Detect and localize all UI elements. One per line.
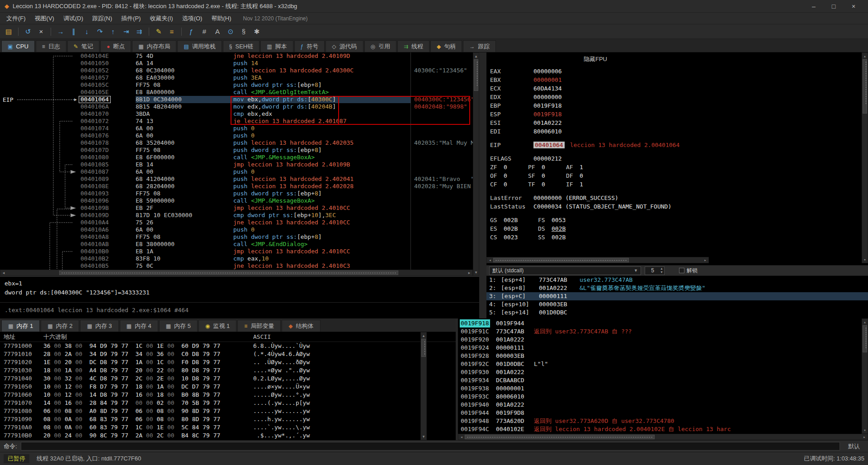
stepper-arrows-icon[interactable]: ▲▼ <box>660 267 664 274</box>
pencil-icon[interactable]: ✎ <box>153 26 165 37</box>
dump-row[interactable]: 7779105010 00 12 00 F8 D7 79 77 18 00 1A… <box>0 383 456 391</box>
close-button[interactable]: × <box>844 0 863 12</box>
tab-符号[interactable]: ƒ符号 <box>294 40 325 52</box>
cpu-splitter[interactable] <box>479 52 486 318</box>
register-row[interactable]: OF0SF0DF0 <box>490 171 854 180</box>
disasm-row[interactable]: 0040106A8B15 4B204000mov edx,dword ptr d… <box>0 103 473 110</box>
tab-CPU[interactable]: ▣CPU <box>1 40 35 52</box>
dump-row[interactable]: 7779109008 00 0A 00 68 83 79 77 06 00 08… <box>0 415 456 423</box>
register-row[interactable]: CS0023SS002B <box>490 233 854 242</box>
register-row[interactable]: EAX00000006 <box>490 67 854 76</box>
disasm-row[interactable]: 0040109D817D 10 EC030000cmp dword ptr ss… <box>0 212 473 219</box>
register-row[interactable]: LastError00000000 (ERROR_SUCCESS) <box>490 194 854 202</box>
disasm-row[interactable]: 004010703BDAcmp ebx,edx <box>0 110 473 118</box>
bottom-tab-内存 1[interactable]: ▦内存 1 <box>1 320 40 332</box>
hide-fpu-button[interactable]: 隐藏FPU <box>584 55 607 63</box>
disasm-row[interactable]: 0040105768 EA030000push 3EA <box>0 74 473 81</box>
register-row[interactable]: EIP00401064leccion 13 hardcoded 2.004010… <box>490 141 854 149</box>
disasm-row[interactable]: 004010B0EB 1Ajmp leccion 13 hardcoded 2.… <box>0 248 473 255</box>
disasm-row[interactable]: 00401080E8 6F000000call <JMP.&MessageBox… <box>0 154 473 161</box>
bottom-tab-内存 4[interactable]: ▦内存 4 <box>120 320 158 332</box>
disasm-row[interactable]: 004010766A 00push 0 <box>0 132 473 139</box>
stack-hscrollbar[interactable]: ◂ ▸ <box>458 434 868 440</box>
bottom-tab-结构体[interactable]: ◆结构体 <box>282 320 320 332</box>
tab-日志[interactable]: ≡日志 <box>36 40 66 52</box>
bottom-tab-监视 1[interactable]: ◉监视 1 <box>198 320 236 332</box>
stack-row[interactable]: 0019F92C001D0DBCL"l" <box>458 360 868 368</box>
disasm-row[interactable]: 0040104E75 4Djne leccion 13 hardcoded 2.… <box>0 52 473 60</box>
open-file-icon[interactable]: ▤ <box>3 26 14 37</box>
tab-SEH链[interactable]: §SEH链 <box>223 40 259 52</box>
tab-跟踪[interactable]: →跟踪 <box>463 40 496 52</box>
disasm-row[interactable]: 00401096E8 59000000call <JMP.&MessageBox… <box>0 197 473 204</box>
menu-item-文件(F)[interactable]: 文件(F) <box>2 14 30 23</box>
stack-row[interactable]: 0019F948773A620D返回到 user32.773A620D 自 us… <box>458 417 868 425</box>
stack-vscrollbar-thumb[interactable] <box>863 325 867 352</box>
argument-row[interactable]: 1:[esp+4]773C47ABuser32.773C47AB <box>486 276 868 284</box>
disasm-row[interactable]: 0040107DFF75 08push dword ptr ss:[ebp+8] <box>0 147 473 154</box>
bottom-tab-内存 2[interactable]: ▦内存 2 <box>41 320 79 332</box>
function-icon[interactable]: ƒ <box>185 26 197 37</box>
argument-row[interactable]: 5:[esp+14]001D0DBC <box>486 308 868 317</box>
register-row[interactable]: ESP0019F918 <box>490 110 854 119</box>
run-icon[interactable]: → <box>55 26 66 37</box>
register-row[interactable]: EDX00000000 <box>490 93 854 101</box>
dump-row[interactable]: 7779103018 00 1A 00 A4 D8 79 77 20 00 22… <box>0 366 456 375</box>
menu-item-视图(V)[interactable]: 视图(V) <box>30 14 59 23</box>
register-row[interactable]: CF0TF0IF1 <box>490 180 854 189</box>
menu-item-插件(P)[interactable]: 插件(P) <box>117 14 145 23</box>
disasm-row[interactable]: 0040109BEB 2Fjmp leccion 13 hardcoded 2.… <box>0 204 473 212</box>
menu-item-选项(O)[interactable]: 选项(O) <box>178 14 207 23</box>
register-row[interactable]: EBX00000001 <box>490 76 854 84</box>
tab-脚本[interactable]: ▥脚本 <box>260 40 293 52</box>
stack-row[interactable]: 0019F9180019F944 <box>458 319 868 327</box>
stack-row[interactable]: 0019F940001A0222 <box>458 401 868 409</box>
disasm-vscrollbar[interactable]: ▴ ▾ <box>473 52 479 276</box>
register-row[interactable]: ZF0PF0AF1 <box>490 163 854 171</box>
menu-item-跟踪(N)[interactable]: 跟踪(N) <box>88 14 117 23</box>
stop-icon[interactable]: × <box>35 26 47 37</box>
step-over-icon[interactable]: ↷ <box>94 26 106 37</box>
register-row[interactable]: LastStatusC0000034 (STATUS_OBJECT_NAME_N… <box>490 202 854 211</box>
menu-item-帮助(H)[interactable]: 帮助(H) <box>207 14 236 23</box>
register-row[interactable]: ESI001A0222 <box>490 119 854 127</box>
run-to-user-code-icon[interactable]: ⇥ <box>120 26 132 37</box>
disasm-hscrollbar[interactable]: ◂ ▸ <box>0 270 473 276</box>
bottom-tab-局部变量[interactable]: ≡局部变量 <box>237 320 281 332</box>
stack-row[interactable]: 0019F920001A0222 <box>458 336 868 344</box>
search-icon[interactable]: ⊙ <box>225 26 236 37</box>
disasm-row[interactable]: 0040108968 41204000push leccion 13 hardc… <box>0 176 473 183</box>
dump-row[interactable]: 777910A008 00 0A 00 60 83 79 77 1C 00 1E… <box>0 423 456 432</box>
settings-icon[interactable]: ✱ <box>251 26 263 37</box>
disasm-row[interactable]: 004010876A 00push 0 <box>0 168 473 176</box>
link-icon[interactable]: § <box>238 26 250 37</box>
stack-hscrollbar-thumb[interactable] <box>465 435 655 439</box>
disasm-row[interactable]: 00401093FF75 08push dword ptr ss:[ebp+8] <box>0 190 473 197</box>
disasm-row[interactable]: 004010A8FF75 08push dword ptr ss:[ebp+8] <box>0 233 473 241</box>
stack-row[interactable]: 0019F93C80006010 <box>458 393 868 401</box>
stack-row[interactable]: 0019F934DCBAABCD <box>458 376 868 384</box>
disasm-row[interactable]: 0040105CFF75 08push dword ptr ss:[ebp+8] <box>0 81 473 89</box>
step-out-icon[interactable]: ↑ <box>107 26 119 37</box>
disasm-row[interactable]: 0040105268 0C304000push leccion 13 hardc… <box>0 67 473 74</box>
tab-调用堆栈[interactable]: ▤调用堆栈 <box>177 40 222 52</box>
disasm-row[interactable]: 0040108E68 28204000push leccion 13 hardc… <box>0 183 473 190</box>
restart-icon[interactable]: ↺ <box>22 26 34 37</box>
stack-row[interactable]: 0019F93800000001 <box>458 384 868 393</box>
stack-row[interactable]: 0019F9440019F9D8 <box>458 409 868 417</box>
register-row[interactable]: ES002BDS002B <box>490 224 854 233</box>
register-row[interactable]: EBP0019F918 <box>490 101 854 110</box>
calling-convention-select[interactable]: 默认 (stdcall) ▼ <box>489 266 641 275</box>
assembler-icon[interactable]: A <box>212 26 223 37</box>
dump-row[interactable]: 7779108006 00 08 00 A0 8D 79 77 06 00 08… <box>0 407 456 415</box>
disasm-row[interactable]: 0040107274 13je leccion 13 hardcoded 2.4… <box>0 118 473 125</box>
disasm-row[interactable]: 004010B283F8 10cmp eax,10 <box>0 255 473 262</box>
argument-depth-stepper[interactable]: 5 ▲▼ <box>645 266 665 275</box>
stack-row[interactable]: 0019F91C773C47AB返回到 user32.773C47AB 自 ??… <box>458 327 868 336</box>
disasm-row[interactable]: 004010A475 26jne leccion 13 hardcoded 2.… <box>0 219 473 226</box>
stack-row[interactable]: 0019F92400000111 <box>458 344 868 352</box>
stack-row[interactable]: 0019F928000003EB <box>458 352 868 360</box>
argument-row[interactable]: 2:[esp+8]001A0222&L"雀薾奠慕奢菡契奥娅受宣堇葅㤶奖奬樊變斄" <box>486 284 868 292</box>
patches-icon[interactable]: ≡ <box>166 26 178 37</box>
argument-row[interactable]: 4:[esp+10]000003EB <box>486 300 868 308</box>
